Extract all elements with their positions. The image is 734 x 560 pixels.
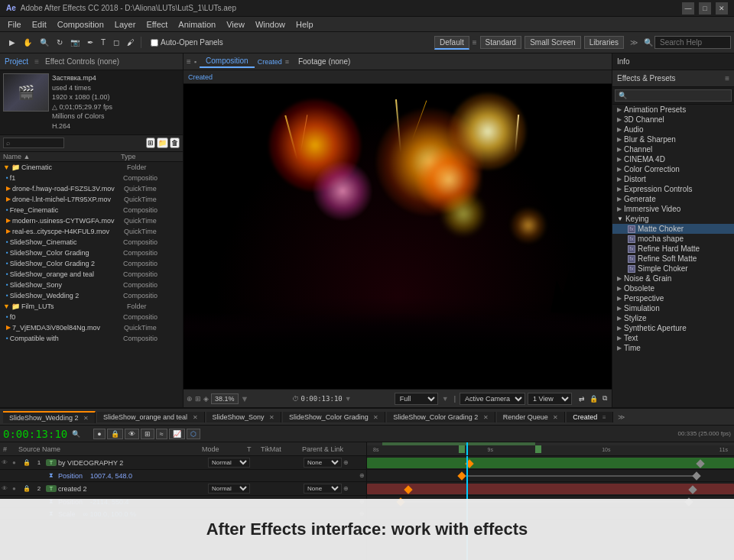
category-obsolete[interactable]: ▶ Obsolete: [612, 283, 734, 293]
zoom-display[interactable]: 38.1%: [211, 393, 239, 404]
folder-button[interactable]: 📁: [157, 138, 168, 148]
layer-mode-select[interactable]: Normal: [208, 484, 250, 494]
tab-close-icon[interactable]: ✕: [193, 414, 198, 421]
menu-file[interactable]: File: [3, 19, 26, 30]
menu-animation[interactable]: Animation: [174, 19, 220, 30]
list-item[interactable]: ▶ modern-.usiness-CYTWGFA.mov QuickTime: [0, 215, 183, 226]
text-tool[interactable]: T: [98, 37, 109, 48]
effect-refine-soft-matte[interactable]: fx Refine Soft Matte: [612, 254, 734, 264]
playhead[interactable]: [466, 442, 468, 455]
tab-created[interactable]: Created ≡: [567, 412, 612, 422]
category-text[interactable]: ▶ Text: [612, 333, 734, 343]
tab-color-grading[interactable]: SlideShow_Color Grading ✕: [283, 412, 385, 422]
list-item[interactable]: ▪ SlideShow_Sony Compositio: [0, 280, 183, 290]
graph-editor-btn[interactable]: 📈: [169, 429, 185, 439]
category-animation-presets[interactable]: ▶ Animation Presets: [612, 105, 734, 115]
category-synthetic-aperture[interactable]: ▶ Synthetic Aperture: [612, 323, 734, 333]
list-item[interactable]: ▪ SlideShow_Color Grading 2 Compositio: [0, 258, 183, 269]
timeline-timecode[interactable]: 0:00:13:10: [3, 428, 67, 440]
category-channel[interactable]: ▶ Channel: [612, 144, 734, 154]
list-item[interactable]: ▶ 7_VjEMDA3iV80el84Ng.mov QuickTime: [0, 322, 183, 333]
menu-view[interactable]: View: [222, 19, 249, 30]
parent-select[interactable]: None: [304, 484, 342, 494]
tab-sony[interactable]: SlideShow_Sony ✕: [206, 412, 282, 422]
list-item[interactable]: ▶ real-es..cityscpe-H4KFUL9.mov QuickTim…: [0, 226, 183, 237]
enable-motion-blur-btn[interactable]: ≈: [156, 429, 167, 439]
category-color-correction[interactable]: ▶ Color Correction: [612, 164, 734, 174]
delete-item-button[interactable]: 🗑: [170, 138, 180, 148]
prop-value[interactable]: 1007.4, 548.0: [90, 472, 132, 480]
workspace-standard[interactable]: Standard: [480, 36, 522, 49]
list-item[interactable]: ▪ Compatible with Compositio: [0, 333, 183, 344]
category-blur-sharpen[interactable]: ▶ Blur & Sharpen: [612, 134, 734, 144]
list-item[interactable]: ▶ drone-l.lnt-michel-L7R95XP.mov QuickTi…: [0, 194, 183, 205]
list-item[interactable]: ▪ SlideShow_Wedding 2 Compositio: [0, 290, 183, 301]
selection-tool[interactable]: ▶: [6, 37, 18, 48]
draft-3d-btn[interactable]: ⬡: [187, 429, 200, 439]
list-item[interactable]: ▪ f1 Compositio: [0, 173, 183, 183]
menu-layer[interactable]: Layer: [110, 19, 141, 30]
tab-close-icon[interactable]: ✕: [373, 414, 378, 421]
list-item[interactable]: ▪ f0 Compositio: [0, 312, 183, 322]
minimize-button[interactable]: —: [682, 2, 694, 15]
shape-tool[interactable]: ◻: [110, 37, 122, 48]
zoom-tool[interactable]: 🔍: [37, 37, 52, 48]
timeline-ruler[interactable]: 8s 9s 10s 11s: [367, 442, 734, 456]
search-timeline-btn[interactable]: 🔍: [70, 429, 83, 439]
category-immersive-video[interactable]: ▶ Immersive Video: [612, 204, 734, 214]
project-tab[interactable]: Project: [5, 57, 28, 66]
lock-toggle[interactable]: 🔒: [23, 459, 32, 466]
layer-bar-2[interactable]: [367, 484, 734, 494]
category-generate[interactable]: ▶ Generate: [612, 194, 734, 204]
category-audio[interactable]: ▶ Audio: [612, 125, 734, 134]
link-icon[interactable]: ⊕: [343, 485, 349, 492]
list-item[interactable]: ▪ SlideShow_orange and teal Compositio: [0, 269, 183, 280]
workspace-libraries[interactable]: Libraries: [584, 36, 624, 49]
tab-close-icon[interactable]: ✕: [83, 415, 89, 422]
enable-frame-blend-btn[interactable]: ⊞: [141, 429, 154, 439]
menu-window[interactable]: Window: [251, 19, 290, 30]
pen-tool[interactable]: ✒: [84, 37, 96, 48]
tab-slideshow-wedding2[interactable]: SlideShow_Wedding 2 ✕: [3, 411, 96, 423]
tab-close-icon[interactable]: ✕: [483, 414, 489, 421]
close-button[interactable]: ✕: [716, 2, 728, 15]
timeline-layer-1[interactable]: 👁 ● 🔒 1 T by VIDEOGRAPHY 2 Normal None ⊕: [0, 456, 366, 470]
category-time[interactable]: ▶ Time: [612, 343, 734, 353]
views-select[interactable]: 1 View 2 Views 4 Views: [528, 393, 572, 405]
list-item[interactable]: ▼ 📁 Film_LUTs Folder: [0, 301, 183, 312]
toggle-lock-btn[interactable]: 🔒: [107, 429, 123, 439]
eye-toggle[interactable]: 👁: [2, 459, 11, 466]
list-item[interactable]: ▪ SlideShow_Cinematic Compositio: [0, 237, 183, 248]
effect-mocha-shape[interactable]: fx mocha shape: [612, 234, 734, 244]
new-item-button[interactable]: ⊞: [146, 138, 155, 148]
menu-effect[interactable]: Effect: [141, 19, 172, 30]
snap-icon[interactable]: ⧉: [601, 393, 609, 403]
view-select[interactable]: Active Camera: [460, 393, 525, 405]
layer-bar-1[interactable]: [367, 458, 734, 468]
menu-composition[interactable]: Composition: [53, 19, 109, 30]
solo-toggle[interactable]: ●: [12, 459, 21, 466]
category-keying[interactable]: ▼ Keying: [612, 214, 734, 224]
tab-close-icon[interactable]: ✕: [269, 414, 274, 421]
footage-tab[interactable]: Footage (none): [292, 56, 356, 67]
camera-tool[interactable]: 📷: [67, 37, 83, 48]
stopwatch-icon[interactable]: ⧗: [49, 472, 54, 480]
category-cinema4d[interactable]: ▶ CINEMA 4D: [612, 154, 734, 164]
list-item[interactable]: ▶ drone-f.hway-road-FSZSL3V.mov QuickTim…: [0, 183, 183, 194]
workspace-default[interactable]: Default: [434, 36, 469, 50]
effects-search-input[interactable]: [615, 89, 732, 102]
toggle-solo-btn[interactable]: ●: [93, 429, 105, 439]
effects-menu-icon[interactable]: ≡: [725, 74, 729, 83]
category-3d-channel[interactable]: ▶ 3D Channel: [612, 115, 734, 125]
timeline-layer-2[interactable]: 👁 ● 🔒 2 T created 2 Normal None ⊕: [0, 482, 366, 496]
project-search[interactable]: [3, 138, 64, 148]
category-noise-grain[interactable]: ▶ Noise & Grain: [612, 274, 734, 283]
maximize-button[interactable]: □: [699, 2, 711, 15]
tab-close-icon[interactable]: ✕: [553, 414, 558, 421]
solo-toggle[interactable]: ●: [12, 485, 21, 492]
layer-mode-select[interactable]: Normal: [208, 458, 250, 468]
category-stylize[interactable]: ▶ Stylize: [612, 313, 734, 323]
hide-shy-btn[interactable]: 👁: [125, 429, 139, 439]
search-input[interactable]: [654, 36, 731, 49]
link-icon[interactable]: ⊕: [343, 459, 349, 466]
